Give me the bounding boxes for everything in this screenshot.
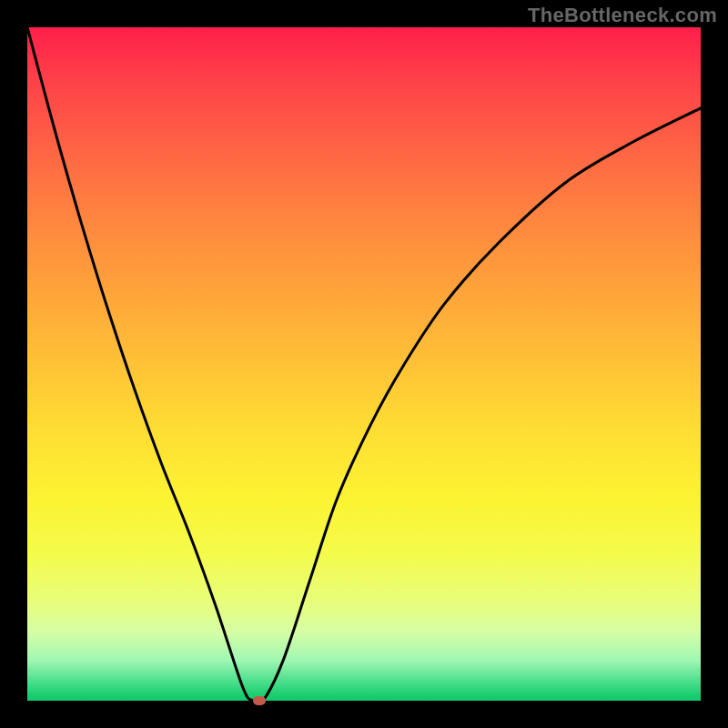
plot-area [27,27,701,701]
bottleneck-curve [27,27,701,701]
optimum-point-marker [253,696,266,705]
chart-frame: TheBottleneck.com [0,0,728,728]
watermark-text: TheBottleneck.com [528,4,717,27]
